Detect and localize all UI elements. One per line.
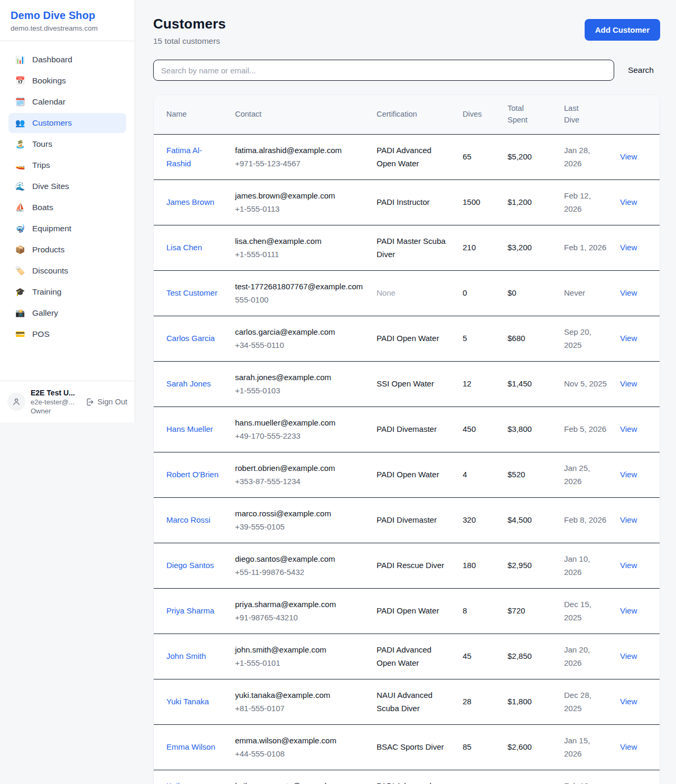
dives-cell: 4 [456,452,501,497]
table-row: Sarah Jones sarah.jones@example.com +1-5… [154,361,660,407]
sidebar-item-boats[interactable]: ⛵ Boats [8,197,126,218]
table-row: Emma Wilson emma.wilson@example.com +44-… [154,724,660,770]
total-spent-cell: $680 [501,316,558,361]
customer-name-link[interactable]: Emma Wilson [166,742,215,751]
view-link[interactable]: View [620,606,637,615]
sidebar-item-customers[interactable]: 👥 Customers [8,113,126,133]
sailboat-icon: ⛵ [15,203,25,212]
total-spent-cell: $720 [501,588,558,634]
customer-phone: +39-555-0105 [235,520,364,534]
view-cell: View [614,134,660,180]
sidebar-item-products[interactable]: 📦 Products [8,240,126,260]
customer-email: sarah.jones@example.com [235,371,364,384]
speedboat-icon: 🚤 [15,160,25,170]
customer-email: diego.santos@example.com [235,552,364,566]
customer-name-link[interactable]: Priya Sharma [166,606,214,615]
contact-cell: keiko.yamamoto@example.com +81-90-1234-5… [229,770,370,784]
search-row: Search [153,60,660,81]
column-header-dives: Dives [456,95,501,134]
table-row: Marco Rossi marco.rossi@example.com +39-… [154,497,660,543]
customer-name-link[interactable]: Carlos Garcia [166,334,215,343]
contact-cell: james.brown@example.com +1-555-0113 [229,180,370,225]
view-cell: View [614,407,660,452]
customer-phone: +1-555-0113 [235,202,364,216]
customer-name-link[interactable]: Sarah Jones [166,379,211,388]
view-cell: View [614,270,660,316]
sidebar-item-trips[interactable]: 🚤 Trips [8,155,126,175]
customer-name-link[interactable]: Robert O'Brien [166,470,219,479]
sidebar-item-tours[interactable]: 🏝️ Tours [8,134,126,154]
customer-name-link[interactable]: Lisa Chen [166,243,202,252]
view-cell: View [614,180,660,225]
sidebar-item-calendar[interactable]: 🗓️ Calendar [8,92,126,112]
table-row: Lisa Chen lisa.chen@example.com +1-555-0… [154,225,660,270]
column-header-name: Name [154,95,229,134]
view-link[interactable]: View [620,334,637,343]
last-dive-cell: Feb 12, 2026 [558,180,614,225]
customer-name-link[interactable]: Test Customer [166,288,218,297]
table-row: Diego Santos diego.santos@example.com +5… [154,543,660,588]
sidebar-item-bookings[interactable]: 📅 Bookings [8,71,126,91]
customer-name-link[interactable]: Hans Mueller [166,424,213,433]
add-customer-button[interactable]: Add Customer [585,19,660,41]
certification-cell: PADI Advanced Open Water [370,770,456,784]
customer-email: lisa.chen@example.com [235,234,364,248]
dives-cell: 210 [456,225,501,270]
dives-cell: 8 [456,588,501,634]
customer-name-link[interactable]: John Smith [166,651,206,660]
view-link[interactable]: View [620,651,637,660]
contact-cell: test-1772681807767@example.com 555-0100 [229,270,370,316]
customer-email: james.brown@example.com [235,189,364,203]
customer-phone: +55-11-99876-5432 [235,565,364,579]
view-cell: View [614,361,660,407]
view-link[interactable]: View [620,197,637,206]
sign-out-button[interactable]: Sign Out [85,398,127,407]
customer-name-link[interactable]: Keiko Yamamoto [166,781,204,784]
search-input[interactable] [153,60,614,81]
view-link[interactable]: View [620,379,637,388]
table-row: Test Customer test-1772681807767@example… [154,270,660,316]
view-link[interactable]: View [620,424,637,433]
certification-cell: PADI Advanced Open Water [370,634,456,679]
certification-cell: PADI Advanced Open Water [370,134,456,180]
avatar [7,393,25,411]
total-spent-cell: $520 [501,452,558,497]
sidebar-item-equipment[interactable]: 🤿 Equipment [8,219,126,239]
customer-name-link[interactable]: Yuki Tanaka [166,697,209,706]
view-link[interactable]: View [620,243,637,252]
customer-name-link[interactable]: James Brown [166,197,214,206]
sidebar-item-discounts[interactable]: 🏷️ Discounts [8,261,126,281]
graduation-cap-icon: 🎓 [15,287,25,297]
name-cell: Sarah Jones [154,361,229,407]
view-link[interactable]: View [620,742,637,751]
view-link[interactable]: View [620,515,637,524]
sign-out-label: Sign Out [98,398,127,406]
sidebar-item-dive-sites[interactable]: 🌊 Dive Sites [8,176,126,196]
column-header-last-dive: Last Dive [558,95,614,134]
view-link[interactable]: View [620,470,637,479]
customer-name-link[interactable]: Diego Santos [166,561,214,570]
sidebar-item-dashboard[interactable]: 📊 Dashboard [8,50,126,70]
name-cell: Lisa Chen [154,225,229,270]
view-link[interactable]: View [620,288,637,297]
page-header: Customers 15 total customers Add Custome… [153,16,660,46]
last-dive-cell: Feb 8, 2026 [558,497,614,543]
sidebar-item-gallery[interactable]: 📸 Gallery [8,303,126,323]
certification-cell: PADI Divemaster [370,497,456,543]
view-link[interactable]: View [620,561,637,570]
sidebar-item-training[interactable]: 🎓 Training [8,282,126,302]
user-email: e2e-tester@... [31,398,80,406]
diving-mask-icon: 🤿 [15,224,25,233]
sidebar-item-pos[interactable]: 💳 POS [8,324,126,344]
customer-name-link[interactable]: Marco Rossi [166,515,210,524]
search-button[interactable]: Search [622,61,660,79]
view-link[interactable]: View [620,152,637,161]
name-cell: Carlos Garcia [154,316,229,361]
customer-name-link[interactable]: Fatima Al-Rashid [166,146,202,168]
total-spent-cell: $1,450 [501,361,558,407]
view-link[interactable]: View [620,697,637,706]
customer-email: john.smith@example.com [235,643,364,657]
customer-count: 15 total customers [153,36,226,46]
name-cell: Keiko Yamamoto [154,770,229,784]
view-cell: View [614,770,660,784]
